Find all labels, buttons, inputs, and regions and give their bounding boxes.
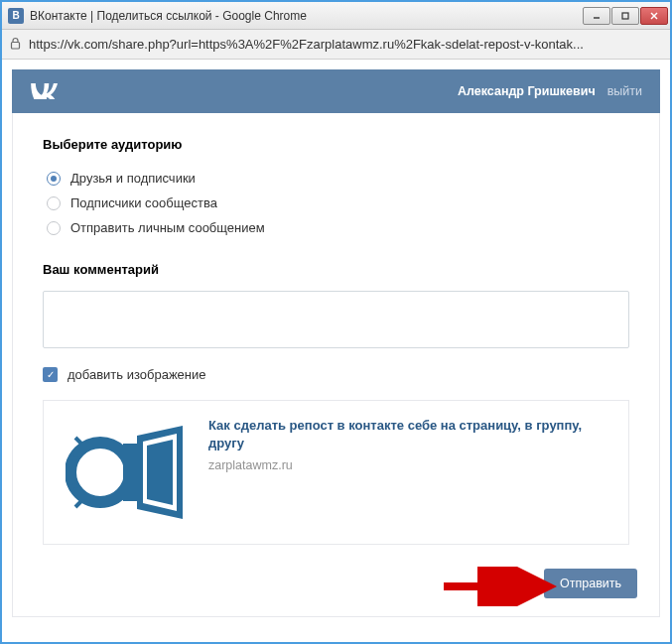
link-preview: Как сделать репост в контакте себе на ст… [43, 400, 629, 545]
minimize-button[interactable] [583, 7, 610, 25]
vk-logo-icon [30, 81, 58, 102]
audience-title: Выберите аудиторию [43, 137, 629, 152]
close-button[interactable] [640, 7, 668, 25]
svg-point-5 [70, 443, 130, 502]
page-content: Александр Гришкевич выйти Выберите аудит… [2, 60, 670, 644]
share-panel: Выберите аудиторию Друзья и подписчики П… [12, 113, 660, 617]
svg-rect-4 [12, 42, 20, 49]
radio-icon [47, 196, 61, 210]
audience-radio-group: Друзья и подписчики Подписчики сообществ… [43, 166, 629, 240]
comment-textarea[interactable] [43, 291, 629, 348]
checkbox-icon: ✓ [43, 367, 58, 382]
preview-domain: zarplatawmz.ru [208, 458, 616, 472]
window-controls [583, 7, 668, 25]
submit-button[interactable]: Отправить [544, 569, 637, 598]
radio-label: Отправить личным сообщением [70, 220, 265, 235]
address-text[interactable]: https://vk.com/share.php?url=https%3A%2F… [29, 37, 662, 52]
preview-thumbnail [56, 413, 195, 532]
preview-title: Как сделать репост в контакте себе на ст… [208, 417, 616, 452]
vk-header: Александр Гришкевич выйти [12, 69, 660, 113]
radio-private-message[interactable]: Отправить личным сообщением [43, 215, 629, 240]
logout-link[interactable]: выйти [607, 84, 642, 98]
radio-icon [47, 172, 61, 186]
favicon-icon: В [8, 8, 24, 24]
radio-friends[interactable]: Друзья и подписчики [43, 166, 629, 191]
window-title: ВКонтакте | Поделиться ссылкой - Google … [30, 9, 583, 23]
window-titlebar: В ВКонтакте | Поделиться ссылкой - Googl… [2, 2, 670, 30]
radio-label: Друзья и подписчики [70, 171, 196, 186]
preview-text-block: Как сделать репост в контакте себе на ст… [208, 413, 616, 532]
radio-label: Подписчики сообщества [70, 195, 217, 210]
svg-line-7 [75, 438, 81, 444]
checkbox-label: добавить изображение [67, 367, 206, 382]
comment-title: Ваш комментарий [43, 262, 629, 277]
svg-rect-6 [123, 444, 137, 501]
radio-community[interactable]: Подписчики сообщества [43, 191, 629, 215]
address-bar: https://vk.com/share.php?url=https%3A%2F… [2, 30, 670, 60]
svg-line-9 [69, 485, 77, 487]
svg-line-8 [69, 457, 77, 459]
svg-rect-1 [622, 13, 628, 19]
maximize-button[interactable] [611, 7, 639, 25]
radio-icon [47, 221, 61, 235]
lock-icon [10, 37, 21, 53]
add-image-checkbox-row[interactable]: ✓ добавить изображение [43, 367, 629, 382]
svg-line-10 [75, 501, 81, 507]
username-label: Александр Гришкевич [458, 84, 596, 98]
